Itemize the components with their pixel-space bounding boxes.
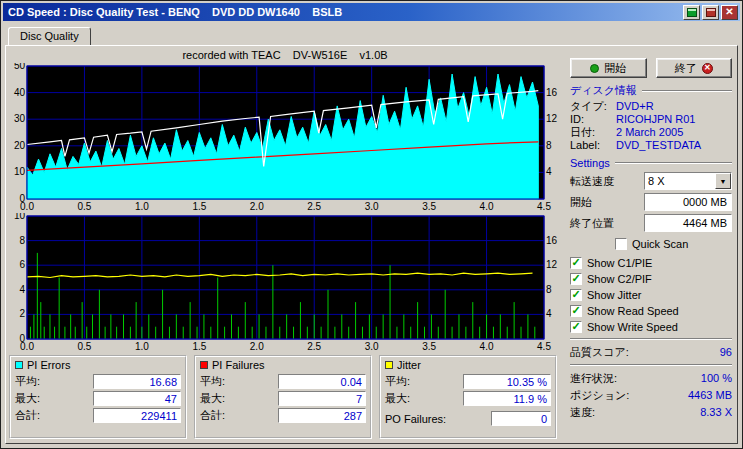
jitter-average-value: 10.35 % <box>463 374 551 389</box>
svg-text:4.5: 4.5 <box>537 201 551 212</box>
checkbox-show-write-speed[interactable]: ✓ Show Write Speed <box>570 319 732 334</box>
svg-text:3.0: 3.0 <box>365 201 379 212</box>
disc-type-value: DVD+R <box>616 100 654 113</box>
checkbox-show-c1-pie[interactable]: ✓ Show C1/PIE <box>570 255 732 270</box>
start-button[interactable]: 開始 <box>570 58 647 78</box>
disc-date-row: 日付: 2 March 2005 <box>570 126 732 139</box>
svg-text:6: 6 <box>19 259 25 270</box>
svg-text:1.5: 1.5 <box>192 201 206 212</box>
svg-text:10: 10 <box>14 213 26 221</box>
show-jitter-checkbox[interactable]: ✓ <box>570 289 582 301</box>
tab-label: Disc Quality <box>20 30 79 42</box>
show-c2-pif-checkbox[interactable]: ✓ <box>570 273 582 285</box>
green-book-button[interactable] <box>683 5 700 20</box>
svg-text:16: 16 <box>546 235 558 246</box>
pi-errors-total-value: 229411 <box>93 408 181 423</box>
disc-info-header: ディスク情報 <box>570 83 732 98</box>
pi-errors-max-value: 47 <box>93 391 181 406</box>
disc-type-row: タイプ: DVD+R <box>570 100 732 113</box>
exit-icon: ✕ <box>702 63 713 74</box>
quality-score-value: 96 <box>720 344 732 360</box>
svg-text:8: 8 <box>546 140 552 151</box>
end-position-row: 終了位置 4464 MB <box>570 214 732 232</box>
speed-select[interactable]: 8 X ▼ <box>644 172 732 190</box>
svg-text:20: 20 <box>14 140 26 151</box>
checkbox-quick-scan[interactable]: ✓ Quick Scan <box>615 236 732 251</box>
red-book-icon <box>706 8 716 17</box>
check-icon: ✓ <box>571 273 580 284</box>
start-icon <box>590 64 599 73</box>
svg-text:3.5: 3.5 <box>422 341 436 352</box>
stat-row: 最大: 47 <box>14 390 182 407</box>
svg-text:40: 40 <box>14 87 26 98</box>
tab-disc-quality[interactable]: Disc Quality <box>8 27 91 45</box>
control-column: 開始 終了 ✕ ディスク情報 タイプ: DVD+R ID: RICOHJPN R… <box>561 47 734 442</box>
check-icon: ✓ <box>571 289 580 300</box>
svg-text:2.0: 2.0 <box>250 341 264 352</box>
red-book-button[interactable] <box>702 5 719 20</box>
disc-label-row: Label: DVD_TESTDATA <box>570 139 732 152</box>
speed-select-row: 転送速度 8 X ▼ <box>570 172 732 190</box>
position-value: 4463 MB <box>688 387 732 404</box>
pi-failures-title: PI Failures <box>212 359 265 371</box>
show-read-speed-checkbox[interactable]: ✓ <box>570 305 582 317</box>
stat-row: 最大: 7 <box>199 390 367 407</box>
separator <box>570 338 732 340</box>
speed-row: 速度: 8.33 X <box>570 404 732 421</box>
svg-text:4: 4 <box>546 166 552 177</box>
svg-text:0.5: 0.5 <box>77 341 91 352</box>
end-position-field[interactable]: 4464 MB <box>644 214 732 232</box>
quality-score-row: 品質スコア: 96 <box>570 344 732 360</box>
start-position-field[interactable]: 0000 MB <box>644 193 732 211</box>
app-window: CD Speed : Disc Quality Test - BENQ DVD … <box>0 0 743 449</box>
show-write-speed-checkbox[interactable]: ✓ <box>570 321 582 333</box>
checkbox-show-read-speed[interactable]: ✓ Show Read Speed <box>570 303 732 318</box>
pi-errors-statbox: PI Errors 平均: 16.68 最大: 47 合計: 229411 <box>9 355 187 439</box>
close-button[interactable]: ✕ <box>721 5 738 20</box>
stat-row: 平均: 16.68 <box>14 373 182 390</box>
checkbox-show-jitter[interactable]: ✓ Show Jitter <box>570 287 732 302</box>
titlebar[interactable]: CD Speed : Disc Quality Test - BENQ DVD … <box>3 3 740 21</box>
stat-row: 平均: 0.04 <box>199 373 367 390</box>
svg-text:0.5: 0.5 <box>77 201 91 212</box>
svg-text:4.5: 4.5 <box>537 341 551 352</box>
svg-text:10: 10 <box>14 166 26 177</box>
svg-text:2.5: 2.5 <box>307 201 321 212</box>
checkbox-show-c2-pif[interactable]: ✓ Show C2/PIF <box>570 271 732 286</box>
po-failures-value: 0 <box>491 411 551 426</box>
separator <box>570 364 732 366</box>
quick-scan-checkbox[interactable]: ✓ <box>615 238 627 250</box>
show-c1-pie-checkbox[interactable]: ✓ <box>570 257 582 269</box>
svg-text:1.5: 1.5 <box>192 341 206 352</box>
close-icon: ✕ <box>725 7 733 17</box>
jitter-legend-swatch <box>385 361 393 369</box>
pi-failures-legend-swatch <box>200 361 208 369</box>
speed-value: 8.33 X <box>700 404 732 421</box>
content-panel: recorded with TEAC DV-W516E v1.0B 010203… <box>5 45 738 444</box>
disc-date-value: 2 March 2005 <box>616 126 683 139</box>
tab-bar: Disc Quality <box>8 26 742 44</box>
jitter-title: Jitter <box>397 359 421 371</box>
stat-row: 平均: 10.35 % <box>384 373 552 390</box>
po-failures-row: PO Failures: 0 <box>384 410 552 427</box>
pi-failures-max-value: 7 <box>278 391 366 406</box>
progress-value: 100 % <box>701 370 732 387</box>
exit-button[interactable]: 終了 ✕ <box>656 58 733 78</box>
stat-row: 合計: 287 <box>199 407 367 424</box>
jitter-statbox: Jitter 平均: 10.35 % 最大: 11.9 % PO Failure… <box>379 355 557 439</box>
pi-errors-legend-swatch <box>15 361 23 369</box>
svg-text:2: 2 <box>19 308 25 319</box>
chevron-down-icon[interactable]: ▼ <box>715 173 731 189</box>
svg-text:0.0: 0.0 <box>20 341 34 352</box>
pi-errors-average-value: 16.68 <box>93 374 181 389</box>
svg-text:12: 12 <box>546 259 558 270</box>
svg-text:1.0: 1.0 <box>135 341 149 352</box>
check-icon: ✓ <box>571 257 580 268</box>
svg-text:2.0: 2.0 <box>250 201 264 212</box>
pi-errors-chart: 010203040504812160.00.51.01.52.02.53.03.… <box>9 63 561 213</box>
svg-text:1.0: 1.0 <box>135 201 149 212</box>
start-position-row: 開始 0000 MB <box>570 193 732 211</box>
svg-text:4.0: 4.0 <box>480 201 494 212</box>
check-icon: ✓ <box>571 321 580 332</box>
speed-select-value: 8 X <box>645 173 715 189</box>
